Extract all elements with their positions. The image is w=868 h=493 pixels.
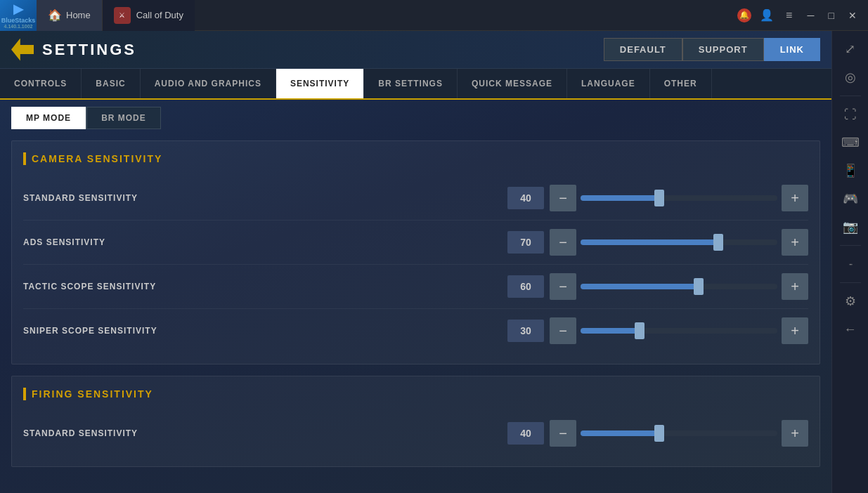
camera-ads-increase[interactable]: + — [782, 229, 808, 256]
camera-tactic-control: − + — [550, 273, 808, 300]
camera-sniper-value: 30 — [507, 320, 544, 342]
camera-ads-control: − + — [550, 229, 808, 256]
camera-ads-slider[interactable] — [581, 239, 777, 245]
nav-tabs: CONTROLS BASIC AUDIO AND GRAPHICS SENSIT… — [0, 69, 831, 100]
camera-standard-label: STANDARD SENSITIVITY — [23, 193, 262, 203]
firing-standard-decrease[interactable]: − — [550, 420, 576, 447]
settings-title: SETTINGS — [42, 41, 136, 59]
back-arrow-button[interactable] — [11, 39, 34, 61]
default-button[interactable]: DEFAULT — [604, 38, 682, 61]
bluestacks-logo: ▶ BlueStacks 4.140.1.1002 — [0, 0, 37, 31]
firing-standard-sensitivity-row: STANDARD SENSITIVITY 40 − + — [23, 412, 808, 455]
home-icon: 🏠 — [48, 8, 62, 22]
camera-tactic-value: 60 — [507, 275, 544, 298]
camera-standard-decrease[interactable]: − — [550, 185, 576, 211]
main-content: SETTINGS DEFAULT SUPPORT LINK CONTROLS B… — [0, 31, 831, 493]
minimize-button[interactable]: ─ — [805, 10, 817, 21]
firing-title-bar — [23, 388, 26, 400]
settings-content[interactable]: CAMERA SENSITIVITY STANDARD SENSITIVITY … — [0, 129, 831, 493]
maximize-button[interactable]: □ — [826, 10, 837, 21]
right-sidebar: ⤢ ◎ ⛶ ⌨ 📱 🎮 📷 ··· ⚙ ← — [831, 31, 868, 493]
tab-sensitivity[interactable]: SENSITIVITY — [276, 69, 364, 98]
tab-br-settings[interactable]: BR SETTINGS — [364, 69, 458, 98]
back-icon[interactable]: ← — [838, 317, 863, 342]
camera-sniper-increase[interactable]: + — [782, 317, 808, 344]
camera-tactic-sensitivity-row: TACTIC SCOPE SENSITIVITY 60 − + — [23, 265, 808, 309]
firing-standard-label: STANDARD SENSITIVITY — [23, 428, 262, 438]
camera-tactic-decrease[interactable]: − — [550, 273, 576, 300]
firing-section-title: FIRING SENSITIVITY — [23, 388, 808, 400]
account-icon[interactable]: 👤 — [760, 8, 774, 22]
camera-sniper-decrease[interactable]: − — [550, 317, 576, 344]
firing-standard-slider[interactable] — [581, 430, 777, 436]
tab-quick-message[interactable]: QUICK MESSAGE — [458, 69, 567, 98]
camera-tactic-increase[interactable]: + — [782, 273, 808, 300]
keyboard-icon[interactable]: ⌨ — [838, 130, 863, 155]
game-icon: ⚔ — [114, 7, 131, 24]
tab-other[interactable]: OTHER — [650, 69, 712, 98]
camera-sniper-control: − + — [550, 317, 808, 344]
taskbar-icons: 🔔 👤 ≡ ─ □ ✕ — [737, 8, 868, 22]
camera2-icon[interactable]: 📷 — [838, 214, 863, 239]
fullscreen-icon[interactable]: ⛶ — [838, 102, 863, 127]
close-button[interactable]: ✕ — [846, 10, 860, 21]
mode-mp[interactable]: MP MODE — [11, 107, 86, 129]
camera-tactic-slider[interactable] — [581, 284, 777, 289]
camera-ads-decrease[interactable]: − — [550, 229, 576, 256]
camera-sniper-label: SNIPER SCOPE SENSITIVITY — [23, 326, 262, 336]
link-button[interactable]: LINK — [764, 38, 820, 61]
mode-tabs: MP MODE BR MODE — [0, 100, 831, 129]
camera-tactic-label: TACTIC SCOPE SENSITIVITY — [23, 282, 262, 291]
camera-standard-value: 40 — [507, 187, 544, 209]
section-title-bar — [23, 152, 26, 165]
menu-icon[interactable]: ≡ — [782, 8, 796, 22]
mode-br[interactable]: BR MODE — [86, 107, 161, 129]
camera-ads-label: ADS SENSITIVITY — [23, 237, 262, 247]
expand-icon[interactable]: ⤢ — [838, 37, 863, 62]
camera-sensitivity-section: CAMERA SENSITIVITY STANDARD SENSITIVITY … — [11, 140, 820, 364]
firing-standard-increase[interactable]: + — [782, 420, 808, 447]
support-button[interactable]: SUPPORT — [682, 38, 764, 61]
firing-standard-control: − + — [550, 420, 808, 447]
camera-ads-value: 70 — [507, 231, 544, 254]
search-icon[interactable]: ◎ — [838, 65, 863, 90]
camera-sniper-slider[interactable] — [581, 328, 777, 334]
camera-section-title: CAMERA SENSITIVITY — [23, 152, 808, 165]
gamepad-icon[interactable]: 🎮 — [838, 186, 863, 211]
notification-icon[interactable]: 🔔 — [737, 8, 751, 22]
phone-icon[interactable]: 📱 — [838, 158, 863, 183]
gear-icon[interactable]: ⚙ — [838, 289, 863, 314]
tab-game[interactable]: ⚔ Call of Duty — [102, 0, 195, 31]
camera-sniper-sensitivity-row: SNIPER SCOPE SENSITIVITY 30 − + — [23, 309, 808, 353]
camera-standard-sensitivity-row: STANDARD SENSITIVITY 40 − + — [23, 176, 808, 221]
settings-header: SETTINGS DEFAULT SUPPORT LINK — [0, 31, 831, 69]
taskbar: ▶ BlueStacks 4.140.1.1002 🏠 Home ⚔ Call … — [0, 0, 868, 31]
camera-ads-sensitivity-row: ADS SENSITIVITY 70 − + — [23, 221, 808, 265]
tab-audio-and-graphics[interactable]: AUDIO AND GRAPHICS — [141, 69, 276, 98]
tab-language[interactable]: LANGUAGE — [567, 69, 650, 98]
firing-sensitivity-section: FIRING SENSITIVITY STANDARD SENSITIVITY … — [11, 376, 820, 467]
camera-standard-control: − + — [550, 185, 808, 211]
camera-standard-slider[interactable] — [581, 195, 777, 201]
tab-home[interactable]: 🏠 Home — [37, 0, 102, 31]
more-icon[interactable]: ··· — [838, 251, 863, 277]
camera-standard-increase[interactable]: + — [782, 185, 808, 211]
tab-basic[interactable]: BASIC — [82, 69, 140, 98]
header-buttons: DEFAULT SUPPORT LINK — [604, 38, 820, 61]
firing-standard-value: 40 — [507, 422, 544, 445]
settings-panel: SETTINGS DEFAULT SUPPORT LINK CONTROLS B… — [0, 31, 831, 493]
tab-controls[interactable]: CONTROLS — [0, 69, 82, 98]
